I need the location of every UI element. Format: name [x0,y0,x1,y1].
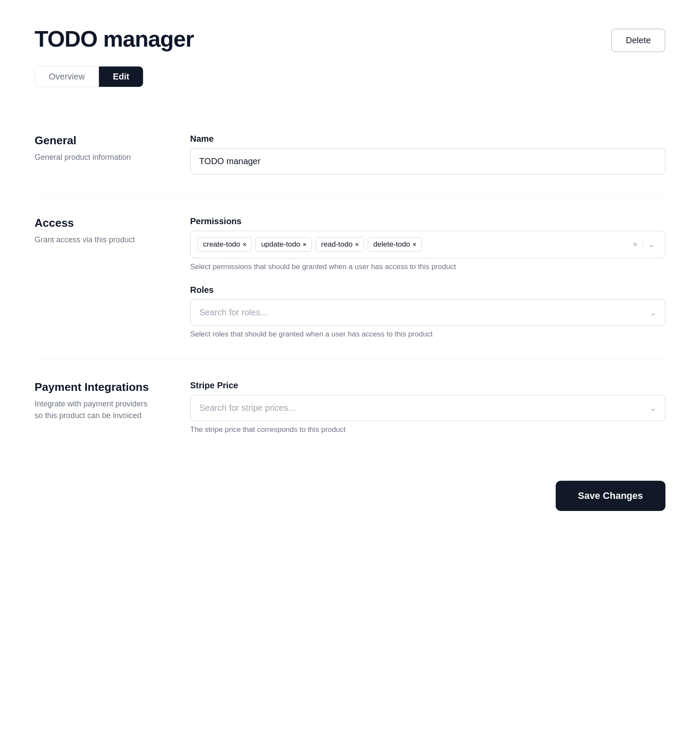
payment-section-description: Integrate with payment providers so this… [35,398,156,422]
permissions-dropdown-button[interactable]: ⌄ [645,238,658,251]
payment-section-info: Payment Integrations Integrate with paym… [35,381,156,434]
permission-tag-delete-todo: delete-todo × [368,237,422,252]
permission-tag-update-todo-label: update-todo [261,240,300,249]
payment-section-fields: Stripe Price ⌄ The stripe price that cor… [190,381,665,434]
page-header: TODO manager Delete [35,26,665,52]
close-icon: × [633,240,637,249]
roles-label: Roles [190,285,665,295]
permission-tag-delete-todo-remove[interactable]: × [413,241,416,247]
stripe-price-field-group: Stripe Price ⌄ The stripe price that cor… [190,381,665,434]
delete-button[interactable]: Delete [611,29,665,52]
name-input[interactable] [190,148,665,174]
permissions-divider [643,239,643,250]
content-area: General General product information Name… [35,113,665,455]
stripe-price-hint: The stripe price that corresponds to thi… [190,425,665,434]
access-section-info: Access Grant access via this product [35,216,156,339]
permissions-input[interactable]: create-todo × update-todo × read-todo × … [190,231,665,258]
permission-tag-create-todo-remove[interactable]: × [243,241,246,247]
permission-tag-read-todo-remove[interactable]: × [355,241,359,247]
permissions-actions: × ⌄ [629,238,658,251]
chevron-down-icon: ⌄ [648,240,655,249]
permission-tag-delete-todo-label: delete-todo [373,240,410,249]
page-title: TODO manager [35,26,194,52]
general-section-title: General [35,134,156,147]
general-section-description: General product information [35,152,156,163]
roles-chevron-down-icon: ⌄ [650,308,656,317]
permission-tag-update-todo: update-todo × [255,237,312,252]
access-section: Access Grant access via this product Per… [35,195,665,359]
tab-overview[interactable]: Overview [35,67,99,87]
permissions-clear-button[interactable]: × [629,238,641,251]
access-section-fields: Permissions create-todo × update-todo × … [190,216,665,339]
general-section-info: General General product information [35,134,156,174]
permission-tag-read-todo-label: read-todo [321,240,353,249]
stripe-price-label: Stripe Price [190,381,665,390]
tab-edit[interactable]: Edit [99,67,143,87]
payment-section-title: Payment Integrations [35,381,156,394]
name-field-group: Name [190,134,665,174]
name-label: Name [190,134,665,144]
roles-hint: Select roles that should be granted when… [190,330,665,339]
permission-tag-create-todo-label: create-todo [203,240,240,249]
payment-section: Payment Integrations Integrate with paym… [35,359,665,455]
permission-tag-update-todo-remove[interactable]: × [303,241,306,247]
permissions-field-group: Permissions create-todo × update-todo × … [190,216,665,271]
roles-search-input[interactable] [199,308,650,317]
permission-tag-read-todo: read-todo × [315,237,364,252]
stripe-price-search-wrapper[interactable]: ⌄ [190,395,665,421]
stripe-price-search-input[interactable] [199,403,650,413]
roles-field-group: Roles ⌄ Select roles that should be gran… [190,285,665,339]
save-changes-button[interactable]: Save Changes [556,481,665,511]
permissions-label: Permissions [190,216,665,226]
access-section-title: Access [35,216,156,230]
footer: Save Changes [35,455,665,528]
roles-search-wrapper[interactable]: ⌄ [190,299,665,326]
permission-tag-create-todo: create-todo × [197,237,252,252]
general-section-fields: Name [190,134,665,174]
general-section: General General product information Name [35,113,665,195]
stripe-price-chevron-down-icon: ⌄ [650,403,656,413]
permissions-hint: Select permissions that should be grante… [190,263,665,271]
access-section-description: Grant access via this product [35,234,156,246]
tabs-container: Overview Edit [35,66,143,87]
